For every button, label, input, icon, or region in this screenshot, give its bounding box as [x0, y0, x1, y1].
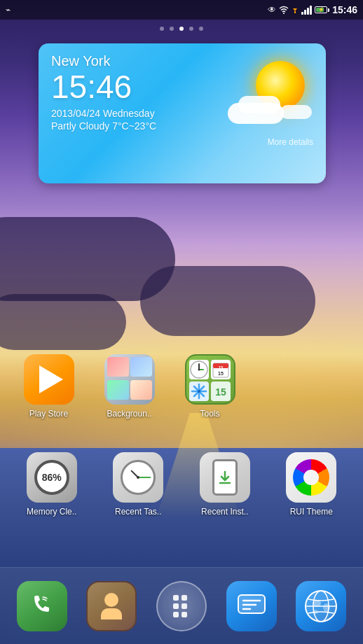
messages-icon: [226, 581, 277, 631]
memory-label: Memory Cle..: [27, 507, 76, 517]
svg-point-6: [198, 369, 200, 371]
svg-marker-1: [293, 8, 297, 11]
svg-text:15: 15: [219, 365, 224, 370]
bar-4: [310, 6, 312, 15]
svg-point-34: [323, 603, 330, 612]
dot-5: [199, 27, 203, 31]
svg-rect-20: [173, 595, 179, 601]
wifi-icon: [279, 6, 289, 14]
svg-rect-23: [182, 603, 187, 609]
dock-contacts[interactable]: [86, 581, 137, 631]
dock-phone[interactable]: [17, 581, 67, 631]
dock: [0, 567, 363, 644]
bg-photo-1: [107, 357, 129, 377]
phone-icon: [17, 581, 67, 631]
cloud-white-3: [280, 105, 312, 119]
battery-icon: ⚡: [315, 6, 329, 13]
page-indicators: [160, 27, 203, 31]
phone-frame: [212, 459, 238, 496]
globe-svg: [303, 588, 339, 624]
app-tools[interactable]: 15 15 15 Tools: [170, 350, 250, 423]
bg-photo-2: [130, 357, 152, 377]
app-rui-theme[interactable]: RUI Theme: [273, 448, 350, 521]
weather-widget[interactable]: New York 15:46 2013/04/24 Wednesday Part…: [39, 43, 326, 183]
recent-installs-label: Recent Inst..: [201, 507, 248, 517]
app-playstore[interactable]: Play Store: [8, 350, 89, 423]
playstore-label: Play Store: [29, 409, 68, 419]
app-background[interactable]: Backgroun..: [89, 350, 170, 423]
usb-icon: ⌁: [6, 5, 11, 15]
contacts-person: [101, 593, 122, 620]
memory-circle: 86%: [34, 460, 69, 495]
status-left: ⌁: [6, 5, 11, 15]
svg-point-35: [313, 610, 318, 614]
svg-point-33: [313, 600, 321, 607]
messages-svg: [236, 593, 267, 620]
svg-rect-22: [173, 603, 179, 609]
clock-face: [121, 460, 156, 495]
playstore-icon: [24, 354, 74, 405]
play-triangle: [39, 365, 63, 393]
recent-tasks-label: Recent Tas..: [115, 507, 161, 517]
clock-dot: [137, 476, 139, 479]
clock-min-hand: [138, 477, 151, 478]
dot-3: [179, 27, 184, 31]
app-row-2: 86% Memory Cle.. Recent Tas..: [0, 448, 363, 521]
bg-photo-3: [107, 380, 129, 400]
tool-clock: [189, 360, 209, 379]
svg-rect-25: [182, 612, 187, 617]
memory-value: 86%: [42, 472, 62, 483]
tools-label: Tools: [200, 409, 219, 419]
svg-text:15: 15: [215, 386, 226, 398]
battery-body: ⚡: [315, 6, 327, 13]
tool-calendar: 15 15: [211, 360, 231, 379]
tools-icon: 15 15 15: [185, 354, 235, 405]
weather-more-details[interactable]: More details: [51, 137, 313, 147]
color-wheel: [293, 459, 329, 496]
app-recent-tasks[interactable]: Recent Tas..: [100, 448, 177, 521]
bolt-icon: ⚡: [318, 7, 324, 13]
app-memory[interactable]: 86% Memory Cle..: [13, 448, 90, 521]
rui-theme-label: RUI Theme: [290, 507, 333, 517]
dock-drawer[interactable]: [156, 581, 207, 631]
status-right: 👁 ⚡ 15:46: [268, 4, 357, 15]
cloud-white-2: [238, 96, 280, 113]
svg-rect-2: [294, 11, 296, 13]
contacts-icon: [86, 581, 137, 631]
browser-icon: [296, 581, 346, 631]
color-wheel-inner: [303, 470, 319, 485]
phone-svg: [29, 593, 55, 620]
svg-text:15: 15: [218, 371, 224, 376]
weather-illustration: [228, 57, 312, 134]
drawer-svg: [167, 592, 196, 620]
dot-4: [189, 27, 193, 31]
svg-rect-21: [182, 595, 187, 601]
person-head: [104, 593, 118, 607]
dot-2: [170, 27, 174, 31]
person-body: [101, 608, 122, 620]
eye-icon: 👁: [268, 5, 276, 15]
background-label: Backgroun..: [107, 409, 151, 419]
tool-snowflake: [189, 382, 209, 401]
rui-theme-icon: [286, 452, 336, 503]
app-row-1: Play Store Backgroun..: [0, 350, 363, 423]
dock-messages[interactable]: [226, 581, 277, 631]
dock-browser[interactable]: [296, 581, 346, 631]
memory-icon: 86%: [27, 452, 77, 503]
data-down-icon: [292, 6, 299, 14]
weather-bg: New York 15:46 2013/04/24 Wednesday Part…: [39, 43, 326, 183]
status-bar: ⌁ 👁 ⚡ 15:46: [0, 0, 363, 20]
svg-point-15: [198, 390, 200, 393]
signal-bars: [301, 6, 312, 15]
bar-1: [301, 12, 303, 15]
status-time: 15:46: [332, 4, 357, 15]
background-icon: [104, 354, 155, 405]
bg-photo-4: [130, 380, 152, 400]
drawer-icon: [156, 581, 207, 631]
recent-tasks-icon: [113, 452, 163, 503]
bar-3: [307, 8, 309, 15]
app-recent-installs[interactable]: Recent Inst..: [186, 448, 263, 521]
bg-photos-grid: [104, 354, 155, 405]
dot-1: [160, 27, 164, 31]
recent-installs-icon: [200, 452, 250, 503]
